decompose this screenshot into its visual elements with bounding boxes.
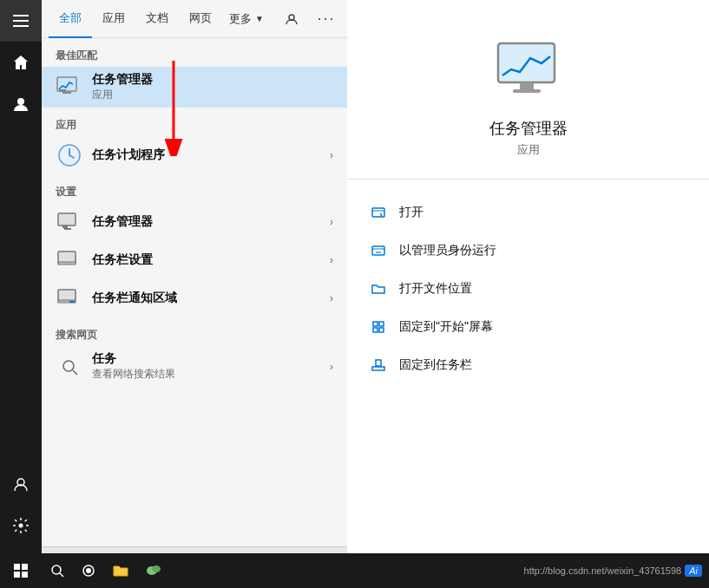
tab-more[interactable]: 更多 ▼ bbox=[222, 11, 271, 27]
user-button[interactable] bbox=[0, 83, 42, 125]
result-item-taskbar-settings[interactable]: 任务栏设置 › bbox=[42, 241, 347, 279]
result-item-task-manager-best[interactable]: 任务管理器 应用 bbox=[42, 67, 347, 108]
svg-line-41 bbox=[60, 573, 63, 577]
task-scheduler-icon bbox=[56, 141, 83, 169]
section-best-match: 最佳匹配 bbox=[42, 38, 347, 67]
taskbar-wechat[interactable] bbox=[137, 553, 170, 588]
taskbar-notify-icon bbox=[56, 284, 83, 312]
action-run-admin[interactable]: 以管理员身份运行 bbox=[368, 232, 688, 270]
svg-rect-12 bbox=[62, 225, 68, 228]
svg-rect-24 bbox=[520, 82, 534, 89]
section-settings: 设置 bbox=[42, 174, 347, 203]
taskbar-file-explorer[interactable] bbox=[104, 553, 137, 588]
tabs-bar: 全部 应用 文档 网页 更多 ▼ ··· bbox=[42, 0, 347, 38]
svg-rect-18 bbox=[69, 301, 75, 303]
svg-rect-32 bbox=[372, 367, 384, 370]
result-title-scheduler: 任务计划程序 bbox=[92, 147, 330, 163]
svg-rect-27 bbox=[372, 246, 384, 255]
result-text-settings-taskmgr: 任务管理器 bbox=[92, 214, 330, 230]
svg-point-5 bbox=[19, 524, 23, 528]
open-icon bbox=[368, 202, 389, 223]
action-open-location[interactable]: 打开文件位置 bbox=[368, 270, 688, 308]
hamburger-button[interactable] bbox=[0, 0, 42, 42]
taskbar-settings-icon bbox=[56, 246, 83, 274]
action-admin-label: 以管理员身份运行 bbox=[399, 243, 496, 258]
arrow-taskbar-notify: › bbox=[330, 292, 333, 304]
detail-content: 任务管理器 应用 打开 bbox=[347, 0, 709, 588]
svg-point-19 bbox=[63, 361, 74, 371]
detail-title: 任务管理器 bbox=[489, 118, 568, 139]
arrow-web: › bbox=[330, 361, 333, 373]
svg-rect-39 bbox=[22, 572, 28, 578]
taskbar-search[interactable] bbox=[42, 553, 73, 588]
detail-panel: 任务管理器 应用 打开 bbox=[347, 0, 709, 588]
start-button[interactable] bbox=[0, 553, 42, 588]
svg-rect-28 bbox=[373, 322, 377, 326]
result-sub-best: 应用 bbox=[92, 88, 333, 102]
result-item-web-search[interactable]: 任务 查看网络搜索结果 › bbox=[42, 346, 347, 387]
user-profile-button[interactable] bbox=[0, 463, 42, 505]
section-apps: 应用 bbox=[42, 108, 347, 136]
detail-app-icon bbox=[494, 35, 563, 104]
svg-rect-37 bbox=[22, 564, 28, 570]
action-pin-start-label: 固定到"开始"屏幕 bbox=[399, 319, 493, 335]
svg-line-20 bbox=[73, 370, 77, 375]
svg-rect-15 bbox=[58, 262, 75, 265]
result-item-taskbar-notify[interactable]: 任务栏通知区域 › bbox=[42, 279, 347, 317]
arrow-taskbar-settings: › bbox=[330, 254, 333, 266]
svg-point-40 bbox=[52, 565, 61, 574]
svg-rect-1 bbox=[13, 20, 29, 22]
more-options-btn[interactable]: ··· bbox=[312, 5, 340, 33]
tab-all[interactable]: 全部 bbox=[49, 0, 92, 38]
result-title-web: 任务 bbox=[92, 351, 330, 367]
tab-docs[interactable]: 文档 bbox=[135, 0, 179, 38]
arrow-settings-taskmgr: › bbox=[330, 216, 333, 228]
svg-rect-8 bbox=[59, 89, 66, 92]
action-pin-start[interactable]: 固定到"开始"屏幕 bbox=[368, 308, 688, 346]
result-title-taskbar-notify: 任务栏通知区域 bbox=[92, 291, 330, 306]
svg-rect-25 bbox=[513, 89, 541, 93]
result-text-taskbar-settings: 任务栏设置 bbox=[92, 252, 330, 268]
result-title-best: 任务管理器 bbox=[92, 72, 333, 88]
web-search-icon bbox=[56, 353, 83, 381]
pin-start-icon bbox=[368, 317, 389, 337]
taskbar-url[interactable]: http://blog.csdn.net/weixin_43761598 bbox=[524, 565, 682, 576]
result-title-taskbar-settings: 任务栏设置 bbox=[92, 252, 330, 268]
search-panel: 全部 应用 文档 网页 更多 ▼ ··· bbox=[42, 0, 347, 588]
svg-rect-2 bbox=[13, 25, 29, 27]
tab-apps[interactable]: 应用 bbox=[92, 0, 135, 38]
action-pin-taskbar[interactable]: 固定到任务栏 bbox=[368, 346, 688, 384]
action-open[interactable]: 打开 bbox=[368, 193, 688, 232]
svg-point-45 bbox=[152, 565, 161, 572]
svg-rect-13 bbox=[64, 228, 71, 230]
result-text-web: 任务 查看网络搜索结果 bbox=[92, 351, 330, 382]
svg-rect-36 bbox=[14, 564, 20, 570]
taskbar-right: http://blog.csdn.net/weixin_43761598 Ai bbox=[524, 565, 709, 577]
user-icon-btn[interactable] bbox=[278, 5, 305, 33]
action-location-label: 打开文件位置 bbox=[399, 281, 472, 297]
result-item-settings-taskmgr[interactable]: 任务管理器 › bbox=[42, 203, 347, 241]
svg-rect-33 bbox=[376, 360, 381, 366]
tab-web[interactable]: 网页 bbox=[179, 0, 222, 38]
svg-rect-31 bbox=[379, 328, 384, 332]
pin-taskbar-icon bbox=[368, 355, 389, 376]
settings-button[interactable] bbox=[0, 505, 42, 546]
action-pin-taskbar-label: 固定到任务栏 bbox=[399, 357, 472, 373]
taskbar-cortana[interactable] bbox=[73, 553, 104, 588]
svg-rect-9 bbox=[62, 92, 71, 94]
taskbar: http://blog.csdn.net/weixin_43761598 Ai bbox=[0, 553, 709, 588]
svg-rect-0 bbox=[13, 15, 29, 16]
svg-rect-30 bbox=[373, 328, 377, 332]
section-search-web: 搜索网页 bbox=[42, 317, 347, 346]
action-open-label: 打开 bbox=[399, 205, 423, 220]
svg-rect-29 bbox=[379, 322, 384, 326]
arrow-scheduler: › bbox=[330, 149, 333, 161]
svg-point-6 bbox=[289, 15, 294, 20]
results-list: 最佳匹配 任务管理器 应用 应用 bbox=[42, 38, 347, 546]
result-title-settings-taskmgr: 任务管理器 bbox=[92, 214, 330, 230]
home-button[interactable] bbox=[0, 42, 42, 83]
svg-rect-38 bbox=[14, 572, 20, 578]
chevron-down-icon: ▼ bbox=[255, 14, 264, 23]
task-manager-icon-small bbox=[56, 74, 83, 101]
result-item-task-scheduler[interactable]: 任务计划程序 › bbox=[42, 136, 347, 174]
